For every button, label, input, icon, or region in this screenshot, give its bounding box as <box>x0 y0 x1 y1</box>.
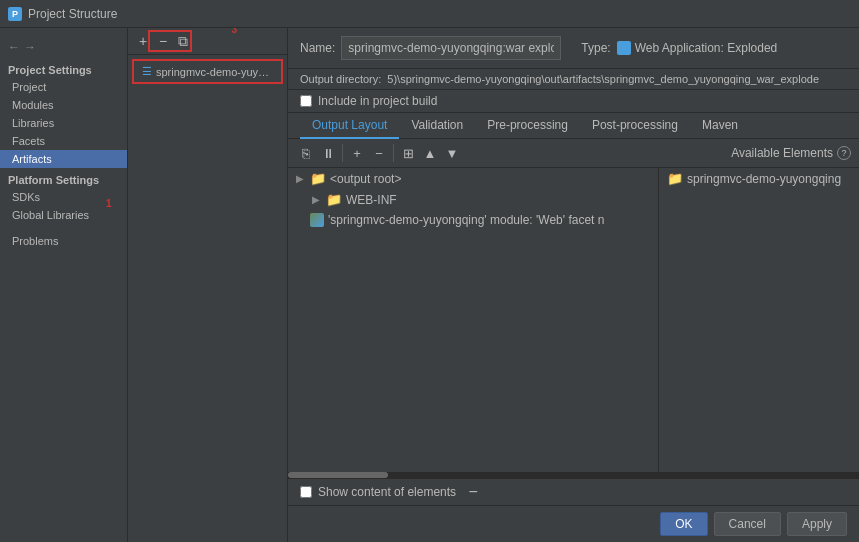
tree-item-module[interactable]: 'springmvc-demo-yuyongqing' module: 'Web… <box>288 210 658 230</box>
apply-btn[interactable]: Apply <box>787 512 847 536</box>
sidebar-item-problems[interactable]: Problems <box>0 232 127 250</box>
tree-item-webinf[interactable]: ▶ 📁 WEB-INF <box>288 189 658 210</box>
folder-icon-webinf: 📁 <box>326 192 342 207</box>
available-elements-text: Available Elements <box>731 146 833 160</box>
sidebar-item-libraries[interactable]: Libraries <box>0 114 127 132</box>
show-content-label: Show content of elements <box>318 485 456 499</box>
add-artifact-btn[interactable]: + <box>134 32 152 50</box>
remove-artifact-btn[interactable]: − <box>154 32 172 50</box>
folder-icon-output-root: 📁 <box>310 171 326 186</box>
show-content-checkbox[interactable] <box>300 486 312 498</box>
nav-back-btn[interactable]: ← <box>8 40 20 54</box>
name-label: Name: <box>300 41 335 55</box>
arrow-webinf: ▶ <box>312 194 322 205</box>
tab-toolbar: ⎘ ⏸ + − ⊞ ▲ ▼ Available Elements ? <box>288 139 859 168</box>
name-field-group: Name: <box>300 36 561 60</box>
tree-left: ▶ 📁 <output root> ▶ 📁 WEB-INF 'springmvc… <box>288 168 659 472</box>
show-content-group: Show content of elements <box>300 485 456 499</box>
copy-artifact-btn[interactable]: ⧉ <box>174 32 192 50</box>
available-elements-label: Available Elements ? <box>731 146 851 160</box>
app-icon: P <box>8 7 22 21</box>
move-down-btn[interactable]: ▼ <box>442 143 462 163</box>
sidebar-item-project[interactable]: Project <box>0 78 127 96</box>
cancel-btn[interactable]: Cancel <box>714 512 781 536</box>
help-icon[interactable]: ? <box>837 146 851 160</box>
ok-btn[interactable]: OK <box>660 512 707 536</box>
show-structure-btn[interactable]: ⎘ <box>296 143 316 163</box>
tree-item-right[interactable]: 📁 springmvc-demo-yuyongqing <box>659 168 859 189</box>
output-dir-row: Output directory: 5)\springmvc-demo-yuyo… <box>288 69 859 90</box>
sidebar-item-artifacts[interactable]: Artifacts <box>0 150 127 168</box>
move-up-btn[interactable]: ▲ <box>420 143 440 163</box>
remove-element-btn[interactable]: − <box>369 143 389 163</box>
grid-btn[interactable]: ⊞ <box>398 143 418 163</box>
folder-icon-right: 📁 <box>667 171 683 186</box>
sidebar-item-facets[interactable]: Facets <box>0 132 127 150</box>
tabs-bar: Output Layout Validation Pre-processing … <box>288 113 859 139</box>
tree-container: ▶ 📁 <output root> ▶ 📁 WEB-INF 'springmvc… <box>288 168 859 472</box>
title-bar: P Project Structure <box>0 0 859 28</box>
pause-btn[interactable]: ⏸ <box>318 143 338 163</box>
artifact-list-item[interactable]: ☰ springmvc-demo-yuyongqc <box>132 59 283 84</box>
output-dir-label: Output directory: <box>300 73 381 85</box>
project-settings-header: Project Settings <box>0 58 127 78</box>
bottom-bar: Show content of elements − <box>288 478 859 505</box>
type-text: Web Application: Exploded <box>635 41 778 55</box>
tab-maven[interactable]: Maven <box>690 113 750 139</box>
sidebar-item-modules[interactable]: Modules <box>0 96 127 114</box>
name-input[interactable] <box>341 36 561 60</box>
webinf-label: WEB-INF <box>346 193 397 207</box>
tree-item-output-root[interactable]: ▶ 📁 <output root> <box>288 168 658 189</box>
module-label: 'springmvc-demo-yuyongqing' module: 'Web… <box>328 213 604 227</box>
badge-3: 3 <box>231 28 237 35</box>
tab-postprocessing[interactable]: Post-processing <box>580 113 690 139</box>
add-element-btn[interactable]: + <box>347 143 367 163</box>
right-header: Name: Type: Web Application: Exploded <box>288 28 859 69</box>
include-label: Include in project build <box>318 94 437 108</box>
bottom-buttons: OK Cancel Apply <box>288 505 859 542</box>
include-checkbox[interactable] <box>300 95 312 107</box>
type-field-group: Type: Web Application: Exploded <box>581 41 777 55</box>
nav-forward-btn[interactable]: → <box>24 40 36 54</box>
tab-validation[interactable]: Validation <box>399 113 475 139</box>
toolbar-separator-1 <box>342 144 343 162</box>
right-panel: Name: Type: Web Application: Exploded Ou… <box>288 28 859 542</box>
tab-output-layout[interactable]: Output Layout <box>300 113 399 139</box>
output-root-label: <output root> <box>330 172 401 186</box>
platform-settings-header: Platform Settings <box>0 168 127 188</box>
include-row: Include in project build <box>288 90 859 113</box>
artifact-toolbar: + − ⧉ 3 <box>128 28 287 55</box>
bottom-minus-btn[interactable]: − <box>464 483 482 501</box>
tree-right: 📁 springmvc-demo-yuyongqing <box>659 168 859 472</box>
toolbar-separator-2 <box>393 144 394 162</box>
output-dir-path: 5)\springmvc-demo-yuyongqing\out\artifac… <box>387 73 819 85</box>
artifact-panel: + − ⧉ 3 2 ☰ springmvc-demo-yuyongqc <box>128 28 288 542</box>
badge-1: 1 <box>106 198 112 209</box>
right-item-label: springmvc-demo-yuyongqing <box>687 172 841 186</box>
sidebar: ← → Project Settings Project Modules Lib… <box>0 28 128 542</box>
artifact-list: 2 ☰ springmvc-demo-yuyongqc <box>128 55 287 542</box>
title-bar-text: Project Structure <box>28 7 117 21</box>
arrow-output-root: ▶ <box>296 173 306 184</box>
spring-module-icon <box>310 213 324 227</box>
type-label: Type: <box>581 41 610 55</box>
artifact-name: springmvc-demo-yuyongqc <box>156 66 273 78</box>
main-area: ← → Project Settings Project Modules Lib… <box>0 28 859 542</box>
tab-preprocessing[interactable]: Pre-processing <box>475 113 580 139</box>
web-application-icon <box>617 41 631 55</box>
type-value: Web Application: Exploded <box>617 41 778 55</box>
